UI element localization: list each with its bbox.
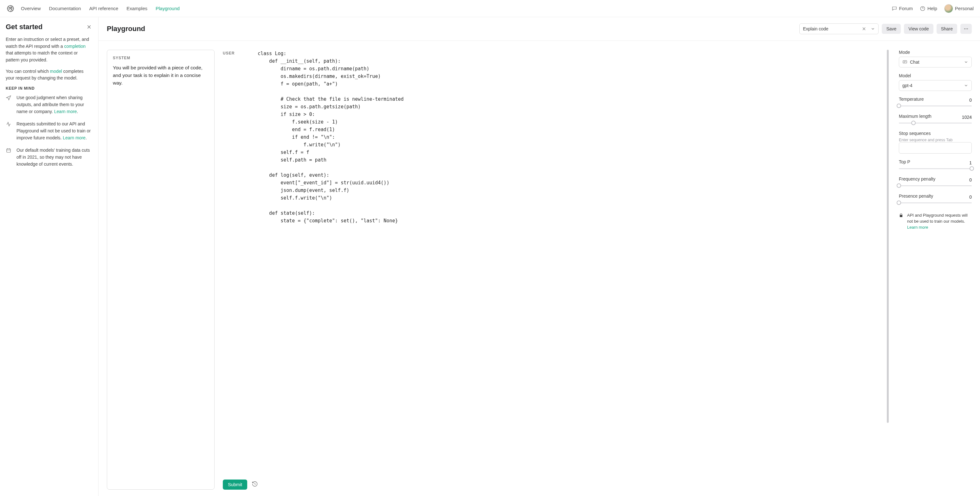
history-icon[interactable] <box>251 481 258 488</box>
help-label: Help <box>928 6 937 11</box>
lock-icon <box>899 212 904 231</box>
user-message[interactable]: USER class Log: def __init__(self, path)… <box>223 50 889 225</box>
freq-value: 0 <box>969 177 972 182</box>
openai-logo-icon[interactable] <box>6 5 14 13</box>
chevron-down-icon <box>964 83 968 88</box>
stop-input[interactable] <box>899 142 972 154</box>
system-label: SYSTEM <box>113 56 208 60</box>
model-value: gpt-4 <box>902 83 913 88</box>
pres-slider[interactable] <box>899 201 972 205</box>
mode-select[interactable]: Chat <box>899 57 972 68</box>
page-title: Playground <box>107 25 145 33</box>
kim-item-cutoff: Our default models' training data cuts o… <box>6 147 92 168</box>
forum-link[interactable]: Forum <box>892 6 913 11</box>
dots-icon <box>964 26 969 31</box>
help-circle-icon <box>920 6 926 11</box>
avatar <box>944 4 953 13</box>
share-button[interactable]: Share <box>937 24 957 34</box>
nav-playground[interactable]: Playground <box>156 6 180 11</box>
completion-link[interactable]: completion <box>64 44 86 49</box>
activity-icon <box>6 121 12 141</box>
user-code-content[interactable]: class Log: def __init__(self, path): dir… <box>258 50 889 225</box>
save-button[interactable]: Save <box>882 24 901 34</box>
kim-item-attribution: Use good judgment when sharing outputs, … <box>6 94 92 115</box>
model-link[interactable]: model <box>50 69 62 74</box>
sidebar-intro-1: Enter an instruction or select a preset,… <box>6 36 92 64</box>
maxlen-value: 1024 <box>962 115 972 120</box>
close-icon[interactable] <box>86 24 92 30</box>
submit-button[interactable]: Submit <box>223 480 247 490</box>
mode-value: Chat <box>910 60 920 65</box>
topp-label: Top P <box>899 159 910 164</box>
clear-icon[interactable] <box>862 27 866 31</box>
privacy-note: API and Playground requests will not be … <box>899 212 972 231</box>
chat-mode-icon <box>902 60 907 65</box>
role-label: USER <box>223 50 258 225</box>
freq-slider[interactable] <box>899 183 972 188</box>
chevron-down-icon <box>964 60 968 64</box>
system-content[interactable]: You will be provided with a piece of cod… <box>113 64 208 87</box>
temperature-value: 0 <box>969 98 972 103</box>
paper-plane-icon <box>6 94 12 115</box>
svg-point-4 <box>966 29 966 29</box>
preset-select[interactable]: Explain code <box>799 24 878 34</box>
topp-slider[interactable] <box>899 166 972 171</box>
svg-point-3 <box>964 29 965 29</box>
scrollbar[interactable] <box>887 50 889 423</box>
svg-rect-2 <box>6 149 10 152</box>
temperature-slider[interactable] <box>899 103 972 108</box>
nav-api-reference[interactable]: API reference <box>89 6 118 11</box>
nav-overview[interactable]: Overview <box>21 6 41 11</box>
sidebar-intro-2: You can control which model completes yo… <box>6 68 92 82</box>
account-label: Personal <box>955 6 974 11</box>
calendar-icon <box>6 147 12 168</box>
maxlen-slider[interactable] <box>899 121 972 125</box>
stop-label: Stop sequences <box>899 131 972 136</box>
sidebar-title: Get started <box>6 23 43 31</box>
kim-learn-more-1[interactable]: Learn more <box>54 109 77 114</box>
nav-documentation[interactable]: Documentation <box>49 6 81 11</box>
svg-point-5 <box>967 29 968 29</box>
chat-bubble-icon <box>892 6 897 11</box>
help-link[interactable]: Help <box>920 6 937 11</box>
stop-hint: Enter sequence and press Tab <box>899 138 972 142</box>
pres-label: Presence penalty <box>899 193 933 198</box>
forum-label: Forum <box>899 6 913 11</box>
chevron-down-icon[interactable] <box>871 27 875 31</box>
svg-rect-6 <box>903 60 907 63</box>
temperature-label: Temperature <box>899 97 924 102</box>
preset-value: Explain code <box>803 26 828 31</box>
kim-learn-more-2[interactable]: Learn more <box>63 135 86 140</box>
view-code-button[interactable]: View code <box>904 24 933 34</box>
model-select[interactable]: gpt-4 <box>899 80 972 91</box>
kim-item-training: Requests submitted to our API and Playgr… <box>6 121 92 141</box>
pres-value: 0 <box>969 195 972 200</box>
keep-in-mind-heading: KEEP IN MIND <box>6 86 92 90</box>
mode-label: Mode <box>899 50 972 55</box>
system-box[interactable]: SYSTEM You will be provided with a piece… <box>107 50 215 490</box>
account-menu[interactable]: Personal <box>944 4 974 13</box>
topp-value: 1 <box>969 160 972 165</box>
model-label: Model <box>899 73 972 78</box>
nav-examples[interactable]: Examples <box>126 6 147 11</box>
freq-label: Frequency penalty <box>899 176 935 182</box>
more-button[interactable] <box>960 24 972 34</box>
maxlen-label: Maximum length <box>899 114 932 119</box>
privacy-learn-more[interactable]: Learn more <box>907 225 928 230</box>
